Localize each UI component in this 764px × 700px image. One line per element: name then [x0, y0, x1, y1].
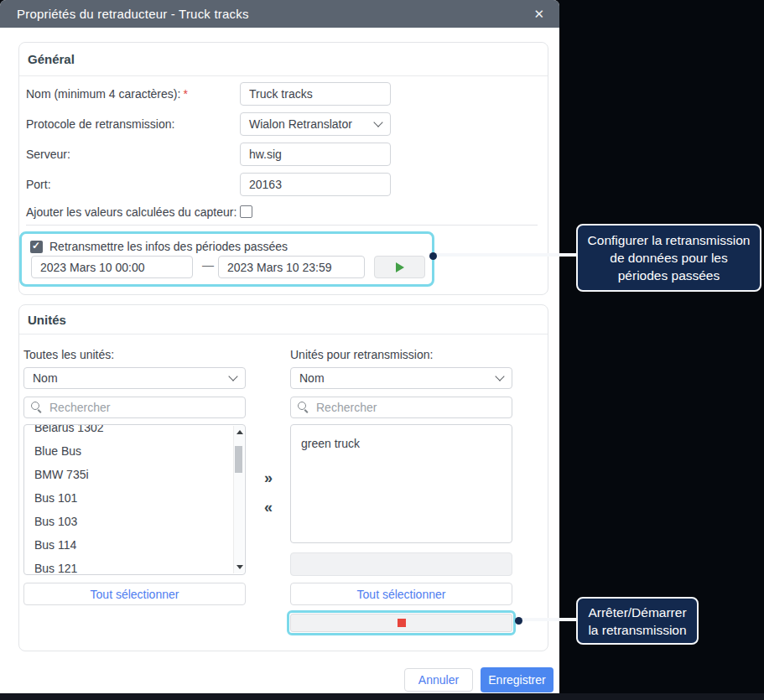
select-all-right-button[interactable]: Tout sélectionner	[290, 583, 512, 605]
required-asterisk: *	[183, 87, 187, 101]
date-to-input[interactable]	[218, 256, 365, 278]
callout-connector-line	[518, 618, 578, 621]
stop-retransmission-button[interactable]	[290, 614, 512, 632]
port-input[interactable]	[240, 173, 391, 196]
past-periods-row: Retransmettre les infos des périodes pas…	[30, 240, 288, 253]
sensor-values-label: Ajouter les valeurs calculées du capteur…	[26, 204, 236, 220]
list-item[interactable]: Bus 114	[24, 533, 231, 557]
retransmission-units-list-items: green truck	[291, 432, 512, 455]
retransmission-units-label: Unités pour retransmission:	[290, 346, 433, 363]
list-item[interactable]: Bus 101	[24, 486, 231, 510]
list-item[interactable]: BMW 735i	[24, 463, 231, 486]
all-units-sort-select[interactable]: Nom	[23, 367, 246, 389]
retransmission-units-search-input[interactable]	[290, 397, 512, 418]
chevron-down-icon	[495, 371, 504, 381]
list-item[interactable]: Belarus 1302	[24, 424, 231, 439]
port-label: Port:	[26, 176, 51, 193]
scrollbar[interactable]	[233, 426, 244, 573]
move-left-icon[interactable]: «	[259, 498, 278, 518]
server-input[interactable]	[240, 143, 391, 166]
callout-connector-dot	[515, 617, 522, 625]
protocol-select-value: Wialon Retranslator	[249, 117, 375, 131]
name-label: Nom (minimum 4 caractères):*	[26, 86, 188, 102]
general-section-header: Général	[19, 43, 548, 76]
search-icon	[298, 402, 309, 412]
list-item[interactable]: Blue Bus	[24, 439, 231, 463]
general-section: Général Nom (minimum 4 caractères):* Pro…	[18, 42, 548, 295]
callout-line: Arrêter/Démarrer	[578, 604, 697, 621]
cancel-button[interactable]: Annuler	[404, 668, 473, 692]
all-units-search-input[interactable]	[23, 397, 246, 418]
protocol-select[interactable]: Wialon Retranslator	[240, 112, 391, 136]
move-right-icon[interactable]: »	[259, 469, 278, 489]
all-units-label: Toutes les unités:	[23, 346, 114, 363]
chevron-down-icon	[228, 371, 237, 381]
stop-icon	[398, 619, 406, 627]
dialog-title: Propriétés du retraducteur - Truck track…	[17, 7, 530, 21]
server-label: Serveur:	[26, 146, 70, 163]
chevron-down-icon	[373, 117, 382, 127]
callout-connector-line	[434, 253, 578, 257]
retransmission-units-search	[290, 397, 512, 418]
protocol-label: Protocole de retransmission:	[26, 116, 174, 132]
callout-line: de données pour les	[578, 249, 760, 267]
all-units-list[interactable]: Belarus 1302 Blue Bus BMW 735i Bus 101 B…	[23, 424, 246, 575]
stop-start-highlight-box	[287, 610, 516, 635]
callout-line: périodes passées	[578, 267, 760, 284]
scroll-up-icon[interactable]	[236, 430, 243, 434]
all-units-sort-value: Nom	[33, 371, 230, 385]
callout-configure-retransmission: Configurer la retransmission de données …	[576, 224, 761, 292]
start-retransmission-button[interactable]	[374, 256, 425, 278]
callout-line: la retransmission	[578, 621, 697, 639]
list-item[interactable]: green truck	[291, 432, 512, 455]
date-range-separator: —	[200, 258, 216, 272]
units-section-header: Unités	[19, 305, 548, 334]
list-item[interactable]: Bus 103	[24, 510, 231, 533]
callout-stop-start-retransmission: Arrêter/Démarrer la retransmission	[576, 597, 699, 645]
past-periods-label: Retransmettre les infos des périodes pas…	[49, 240, 288, 253]
save-button[interactable]: Enregistrer	[481, 667, 554, 692]
background-strip	[0, 693, 764, 700]
callout-line: Configurer la retransmission	[578, 231, 760, 249]
retransmission-units-list[interactable]: green truck	[290, 424, 512, 543]
list-item[interactable]: Bus 121	[24, 557, 231, 575]
past-periods-box: Retransmettre les infos des périodes pas…	[19, 231, 434, 287]
units-section: Unités Toutes les unités: Nom Belarus 13…	[18, 304, 548, 651]
play-icon	[396, 262, 404, 272]
callout-connector-dot	[429, 252, 437, 260]
dialog-titlebar: Propriétés du retraducteur - Truck track…	[0, 0, 559, 28]
sensor-values-checkbox[interactable]	[240, 205, 252, 218]
retransmission-units-sort-value: Nom	[299, 371, 496, 385]
name-input[interactable]	[240, 82, 391, 106]
search-icon	[31, 402, 42, 412]
divider	[26, 225, 538, 226]
close-icon[interactable]: ✕	[530, 6, 548, 22]
screen: Propriétés du retraducteur - Truck track…	[0, 0, 764, 700]
scrollbar-thumb[interactable]	[235, 446, 242, 473]
scroll-down-icon[interactable]	[236, 565, 243, 569]
all-units-search	[23, 397, 246, 418]
select-all-left-button[interactable]: Tout sélectionner	[23, 583, 246, 605]
past-periods-checkbox[interactable]	[30, 241, 43, 253]
all-units-list-items: Belarus 1302 Blue Bus BMW 735i Bus 101 B…	[24, 424, 245, 575]
date-from-input[interactable]	[31, 256, 193, 278]
retransmission-progress-bar	[290, 552, 512, 576]
retransmission-units-sort-select[interactable]: Nom	[290, 367, 512, 389]
retranslator-properties-dialog: Propriétés du retraducteur - Truck track…	[0, 0, 559, 693]
